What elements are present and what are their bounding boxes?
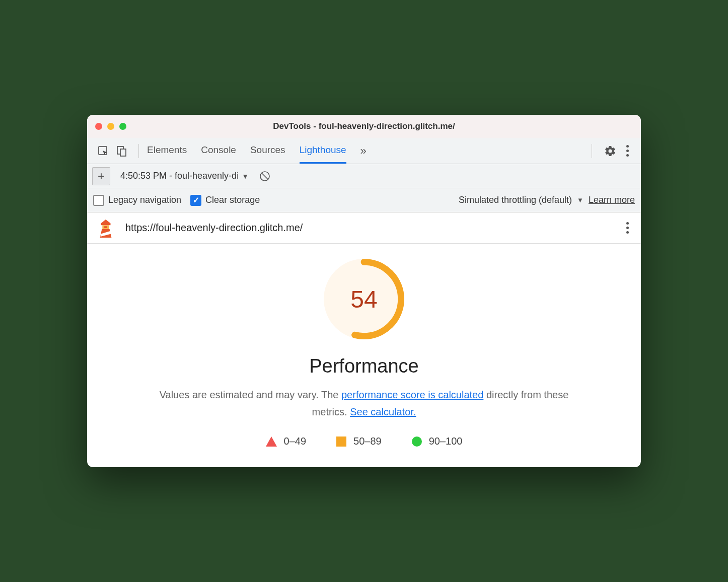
lighthouse-icon xyxy=(96,219,115,238)
devtools-window: DevTools - foul-heavenly-direction.glitc… xyxy=(87,115,641,467)
triangle-icon xyxy=(266,437,277,447)
performance-description: Values are estimated and may vary. The p… xyxy=(148,386,580,420)
separator xyxy=(592,144,592,158)
performance-title: Performance xyxy=(107,355,621,377)
svg-rect-2 xyxy=(120,149,126,156)
devtools-menu-icon[interactable] xyxy=(623,142,632,160)
see-calculator-link[interactable]: See calculator. xyxy=(350,406,416,417)
square-icon xyxy=(336,437,346,447)
minimize-window-button[interactable] xyxy=(107,123,114,130)
checkbox-unchecked-icon xyxy=(93,195,104,206)
svg-rect-7 xyxy=(104,226,107,228)
tab-list: Elements Console Sources Lighthouse » xyxy=(144,138,587,164)
tab-lighthouse[interactable]: Lighthouse xyxy=(300,138,346,164)
more-tabs-icon[interactable]: » xyxy=(360,144,367,158)
checkbox-checked-icon xyxy=(190,195,201,206)
performance-panel: 54 Performance Values are estimated and … xyxy=(87,244,641,467)
clear-reports-icon[interactable] xyxy=(259,170,271,182)
maximize-window-button[interactable] xyxy=(119,123,126,130)
tab-sources[interactable]: Sources xyxy=(250,138,285,164)
legacy-navigation-checkbox[interactable]: Legacy navigation xyxy=(93,195,181,206)
report-menu-icon[interactable] xyxy=(623,219,632,237)
report-url-row: https://foul-heavenly-direction.glitch.m… xyxy=(87,212,641,244)
svg-marker-5 xyxy=(101,219,111,225)
performance-score: 54 xyxy=(350,285,377,313)
throttling-selector[interactable]: Simulated throttling (default) ▼ Learn m… xyxy=(459,195,635,205)
report-url: https://foul-heavenly-direction.glitch.m… xyxy=(125,222,613,234)
lighthouse-options: Legacy navigation Clear storage Simulate… xyxy=(87,188,641,212)
traffic-lights xyxy=(95,123,126,130)
devtools-tab-bar: Elements Console Sources Lighthouse » xyxy=(87,138,641,164)
chevron-down-icon: ▼ xyxy=(577,196,584,204)
legend-pass: 90–100 xyxy=(412,435,463,447)
titlebar: DevTools - foul-heavenly-direction.glitc… xyxy=(87,115,641,138)
performance-score-link[interactable]: performance score is calculated xyxy=(341,389,483,400)
legacy-navigation-label: Legacy navigation xyxy=(108,195,181,205)
lighthouse-toolbar: + 4:50:53 PM - foul-heavenly-di ▼ xyxy=(87,164,641,188)
report-selector-label: 4:50:53 PM - foul-heavenly-di xyxy=(120,171,239,181)
tab-console[interactable]: Console xyxy=(201,138,236,164)
desc-text: Values are estimated and may vary. The xyxy=(160,389,341,400)
chevron-down-icon: ▼ xyxy=(242,172,249,180)
legend-range-average: 50–89 xyxy=(353,435,382,447)
legend-average: 50–89 xyxy=(336,435,382,447)
device-toggle-icon[interactable] xyxy=(115,145,127,157)
svg-line-4 xyxy=(262,173,268,179)
throttling-label: Simulated throttling (default) xyxy=(459,195,572,205)
performance-gauge: 54 xyxy=(324,259,404,339)
window-title: DevTools - foul-heavenly-direction.glitc… xyxy=(273,121,455,131)
legend-range-fail: 0–49 xyxy=(284,435,307,447)
legend-fail: 0–49 xyxy=(266,435,307,447)
tab-elements[interactable]: Elements xyxy=(147,138,187,164)
report-selector[interactable]: 4:50:53 PM - foul-heavenly-di ▼ xyxy=(116,168,253,184)
clear-storage-checkbox[interactable]: Clear storage xyxy=(190,195,260,206)
close-window-button[interactable] xyxy=(95,123,102,130)
learn-more-link[interactable]: Learn more xyxy=(589,195,635,205)
inspect-element-icon[interactable] xyxy=(97,145,109,157)
clear-storage-label: Clear storage xyxy=(205,195,260,205)
legend-range-pass: 90–100 xyxy=(429,435,463,447)
settings-gear-icon[interactable] xyxy=(604,145,616,157)
circle-icon xyxy=(412,437,422,447)
score-legend: 0–49 50–89 90–100 xyxy=(107,435,621,447)
separator xyxy=(138,144,139,158)
new-report-button[interactable]: + xyxy=(92,167,110,185)
